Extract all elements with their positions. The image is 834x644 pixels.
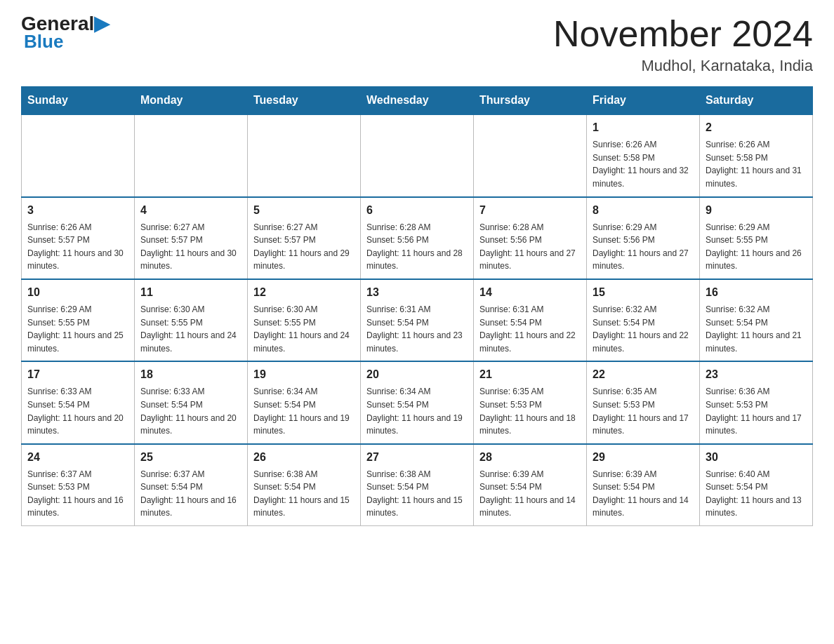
table-row: 11Sunrise: 6:30 AMSunset: 5:55 PMDayligh… — [135, 279, 248, 361]
day-number: 17 — [27, 366, 128, 383]
table-row — [248, 114, 361, 196]
day-number: 27 — [366, 449, 468, 466]
day-number: 28 — [479, 449, 581, 466]
day-number: 23 — [706, 366, 807, 383]
sun-info: Sunrise: 6:32 AMSunset: 5:54 PMDaylight:… — [593, 303, 694, 355]
day-number: 25 — [140, 449, 241, 466]
day-number: 10 — [27, 284, 128, 301]
day-number: 1 — [593, 119, 694, 136]
page-header: General▶ Blue November 2024 Mudhol, Karn… — [21, 14, 813, 75]
table-row: 6Sunrise: 6:28 AMSunset: 5:56 PMDaylight… — [361, 197, 474, 279]
sun-info: Sunrise: 6:35 AMSunset: 5:53 PMDaylight:… — [479, 385, 581, 437]
day-number: 7 — [479, 202, 581, 219]
sun-info: Sunrise: 6:27 AMSunset: 5:57 PMDaylight:… — [140, 221, 241, 273]
table-row: 2Sunrise: 6:26 AMSunset: 5:58 PMDaylight… — [700, 114, 813, 196]
day-number: 30 — [706, 449, 807, 466]
sun-info: Sunrise: 6:30 AMSunset: 5:55 PMDaylight:… — [253, 303, 355, 355]
sun-info: Sunrise: 6:29 AMSunset: 5:55 PMDaylight:… — [27, 303, 128, 355]
sun-info: Sunrise: 6:27 AMSunset: 5:57 PMDaylight:… — [253, 221, 355, 273]
col-monday: Monday — [135, 87, 248, 115]
table-row: 4Sunrise: 6:27 AMSunset: 5:57 PMDaylight… — [135, 197, 248, 279]
calendar-table: Sunday Monday Tuesday Wednesday Thursday… — [21, 86, 813, 526]
table-row: 7Sunrise: 6:28 AMSunset: 5:56 PMDaylight… — [474, 197, 587, 279]
table-row — [135, 114, 248, 196]
table-row: 10Sunrise: 6:29 AMSunset: 5:55 PMDayligh… — [22, 279, 135, 361]
table-row: 26Sunrise: 6:38 AMSunset: 5:54 PMDayligh… — [248, 444, 361, 526]
day-number: 14 — [479, 284, 581, 301]
day-number: 9 — [706, 202, 807, 219]
location-title: Mudhol, Karnataka, India — [553, 57, 813, 75]
table-row: 27Sunrise: 6:38 AMSunset: 5:54 PMDayligh… — [361, 444, 474, 526]
table-row: 13Sunrise: 6:31 AMSunset: 5:54 PMDayligh… — [361, 279, 474, 361]
col-thursday: Thursday — [474, 87, 587, 115]
table-row: 16Sunrise: 6:32 AMSunset: 5:54 PMDayligh… — [700, 279, 813, 361]
table-row — [474, 114, 587, 196]
table-row: 5Sunrise: 6:27 AMSunset: 5:57 PMDaylight… — [248, 197, 361, 279]
title-section: November 2024 Mudhol, Karnataka, India — [553, 14, 813, 75]
logo: General▶ Blue — [21, 14, 110, 53]
day-number: 2 — [706, 119, 807, 136]
day-number: 29 — [593, 449, 694, 466]
day-number: 6 — [366, 202, 468, 219]
logo-triangle-icon: ▶ — [94, 13, 110, 34]
table-row: 17Sunrise: 6:33 AMSunset: 5:54 PMDayligh… — [22, 361, 135, 443]
day-number: 19 — [253, 366, 355, 383]
sun-info: Sunrise: 6:28 AMSunset: 5:56 PMDaylight:… — [479, 221, 581, 273]
day-number: 4 — [140, 202, 241, 219]
calendar-week-row: 3Sunrise: 6:26 AMSunset: 5:57 PMDaylight… — [22, 197, 813, 279]
day-number: 3 — [27, 202, 128, 219]
col-wednesday: Wednesday — [361, 87, 474, 115]
sun-info: Sunrise: 6:39 AMSunset: 5:54 PMDaylight:… — [593, 468, 694, 520]
logo-blue-text: Blue — [24, 31, 63, 53]
col-tuesday: Tuesday — [248, 87, 361, 115]
sun-info: Sunrise: 6:26 AMSunset: 5:58 PMDaylight:… — [593, 138, 694, 190]
table-row: 25Sunrise: 6:37 AMSunset: 5:54 PMDayligh… — [135, 444, 248, 526]
day-number: 22 — [593, 366, 694, 383]
table-row: 9Sunrise: 6:29 AMSunset: 5:55 PMDaylight… — [700, 197, 813, 279]
calendar-week-row: 1Sunrise: 6:26 AMSunset: 5:58 PMDaylight… — [22, 114, 813, 196]
sun-info: Sunrise: 6:32 AMSunset: 5:54 PMDaylight:… — [706, 303, 807, 355]
sun-info: Sunrise: 6:37 AMSunset: 5:54 PMDaylight:… — [140, 468, 241, 520]
day-number: 15 — [593, 284, 694, 301]
sun-info: Sunrise: 6:29 AMSunset: 5:55 PMDaylight:… — [706, 221, 807, 273]
table-row: 14Sunrise: 6:31 AMSunset: 5:54 PMDayligh… — [474, 279, 587, 361]
day-number: 11 — [140, 284, 241, 301]
sun-info: Sunrise: 6:38 AMSunset: 5:54 PMDaylight:… — [253, 468, 355, 520]
sun-info: Sunrise: 6:36 AMSunset: 5:53 PMDaylight:… — [706, 385, 807, 437]
day-number: 21 — [479, 366, 581, 383]
day-number: 16 — [706, 284, 807, 301]
day-number: 5 — [253, 202, 355, 219]
calendar-week-row: 17Sunrise: 6:33 AMSunset: 5:54 PMDayligh… — [22, 361, 813, 443]
table-row: 29Sunrise: 6:39 AMSunset: 5:54 PMDayligh… — [587, 444, 700, 526]
day-number: 26 — [253, 449, 355, 466]
day-number: 18 — [140, 366, 241, 383]
table-row: 3Sunrise: 6:26 AMSunset: 5:57 PMDaylight… — [22, 197, 135, 279]
day-number: 8 — [593, 202, 694, 219]
table-row: 15Sunrise: 6:32 AMSunset: 5:54 PMDayligh… — [587, 279, 700, 361]
calendar-week-row: 10Sunrise: 6:29 AMSunset: 5:55 PMDayligh… — [22, 279, 813, 361]
sun-info: Sunrise: 6:28 AMSunset: 5:56 PMDaylight:… — [366, 221, 468, 273]
col-saturday: Saturday — [700, 87, 813, 115]
table-row: 24Sunrise: 6:37 AMSunset: 5:53 PMDayligh… — [22, 444, 135, 526]
sun-info: Sunrise: 6:31 AMSunset: 5:54 PMDaylight:… — [366, 303, 468, 355]
calendar-week-row: 24Sunrise: 6:37 AMSunset: 5:53 PMDayligh… — [22, 444, 813, 526]
table-row: 18Sunrise: 6:33 AMSunset: 5:54 PMDayligh… — [135, 361, 248, 443]
table-row: 22Sunrise: 6:35 AMSunset: 5:53 PMDayligh… — [587, 361, 700, 443]
sun-info: Sunrise: 6:40 AMSunset: 5:54 PMDaylight:… — [706, 468, 807, 520]
sun-info: Sunrise: 6:39 AMSunset: 5:54 PMDaylight:… — [479, 468, 581, 520]
day-number: 24 — [27, 449, 128, 466]
sun-info: Sunrise: 6:34 AMSunset: 5:54 PMDaylight:… — [253, 385, 355, 437]
col-friday: Friday — [587, 87, 700, 115]
table-row — [22, 114, 135, 196]
sun-info: Sunrise: 6:33 AMSunset: 5:54 PMDaylight:… — [140, 385, 241, 437]
table-row: 12Sunrise: 6:30 AMSunset: 5:55 PMDayligh… — [248, 279, 361, 361]
sun-info: Sunrise: 6:26 AMSunset: 5:57 PMDaylight:… — [27, 221, 128, 273]
day-number: 20 — [366, 366, 468, 383]
table-row: 23Sunrise: 6:36 AMSunset: 5:53 PMDayligh… — [700, 361, 813, 443]
table-row — [361, 114, 474, 196]
calendar-header-row: Sunday Monday Tuesday Wednesday Thursday… — [22, 87, 813, 115]
table-row: 30Sunrise: 6:40 AMSunset: 5:54 PMDayligh… — [700, 444, 813, 526]
table-row: 19Sunrise: 6:34 AMSunset: 5:54 PMDayligh… — [248, 361, 361, 443]
table-row: 20Sunrise: 6:34 AMSunset: 5:54 PMDayligh… — [361, 361, 474, 443]
month-title: November 2024 — [553, 14, 813, 54]
